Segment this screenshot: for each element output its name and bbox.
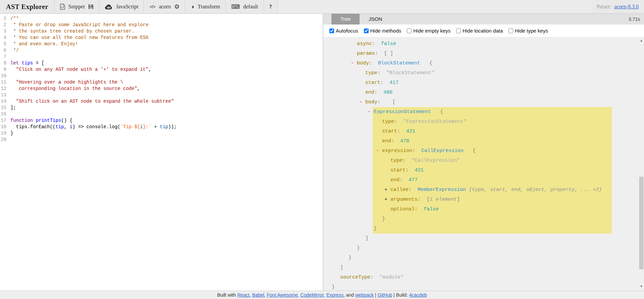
language-selector[interactable]: JavaScript bbox=[116, 4, 139, 10]
tree-row[interactable]: ] bbox=[323, 234, 644, 243]
tree-row[interactable]: type: "BlockStatement" bbox=[323, 68, 644, 78]
checkbox[interactable] bbox=[364, 29, 369, 33]
code-text: "Hovering over a node highlights the \ bbox=[10, 79, 123, 86]
code-line: 4 * You can use all the cool new feature… bbox=[0, 35, 323, 41]
line-number: 6 bbox=[0, 47, 10, 54]
collapse-icon[interactable]: - bbox=[359, 97, 365, 107]
option-hide-location-data[interactable]: Hide location data bbox=[456, 28, 503, 34]
code-line: 5 * and even more. Enjoy! bbox=[0, 41, 323, 47]
code-text: function printTips() { bbox=[10, 117, 72, 124]
property-key: end bbox=[390, 175, 399, 185]
code-line: 3 * the syntax tree created by chosen pa… bbox=[0, 28, 323, 35]
node-type[interactable]: MemberExpression bbox=[418, 185, 466, 195]
snippet-group: Snippet bbox=[55, 0, 99, 13]
checkbox[interactable] bbox=[456, 29, 461, 33]
footer-link[interactable]: Express bbox=[326, 292, 343, 298]
scrollbar-thumb[interactable] bbox=[639, 177, 643, 269]
option-hide-type-keys[interactable]: Hide type keys bbox=[508, 28, 548, 34]
tree-row[interactable]: sourceType: "module" bbox=[323, 272, 644, 282]
node-type[interactable]: CallExpression bbox=[421, 146, 464, 156]
tree-row[interactable]: start: 417 bbox=[323, 78, 644, 88]
expand-icon[interactable]: + bbox=[384, 195, 390, 204]
file-code-icon[interactable] bbox=[60, 4, 65, 10]
tree-row[interactable]: +callee: MemberExpression {type, start, … bbox=[323, 185, 644, 195]
code-line: 20 bbox=[0, 137, 323, 143]
checkbox[interactable] bbox=[407, 29, 412, 33]
collapse-icon[interactable]: - bbox=[368, 107, 374, 117]
footer-text: | Build: bbox=[392, 292, 409, 298]
tree-text: : bbox=[394, 117, 403, 127]
code-line: 6 */ bbox=[0, 47, 323, 54]
footer: Built with React, Babel, Font Awesome, C… bbox=[0, 291, 644, 299]
node-type[interactable]: BlockStatement bbox=[378, 58, 420, 68]
scroll-up-button[interactable]: ▲ bbox=[639, 38, 644, 44]
tree-row[interactable]: } bbox=[323, 243, 644, 253]
collapse-icon[interactable]: - bbox=[351, 58, 357, 68]
footer-link[interactable]: React bbox=[237, 292, 250, 298]
footer-link[interactable]: CodeMirror bbox=[301, 292, 324, 298]
footer-text: , bbox=[298, 292, 301, 298]
parser-version-link[interactable]: acorn-8.3.0 bbox=[614, 4, 639, 10]
marker-spacer bbox=[359, 234, 365, 243]
collapse-icon[interactable]: - bbox=[376, 146, 382, 156]
tree-rows: async: false params: [ ]-body: BlockStat… bbox=[323, 37, 644, 291]
tree-row[interactable]: end: 477 bbox=[323, 175, 644, 185]
tree-row[interactable]: -expression: CallExpression { bbox=[323, 146, 644, 156]
checkbox[interactable] bbox=[508, 29, 513, 33]
footer-link[interactable]: webpack bbox=[355, 292, 374, 298]
option-hide-empty-keys[interactable]: Hide empty keys bbox=[407, 28, 450, 34]
tab-tree[interactable]: Tree bbox=[331, 14, 360, 24]
tree-row[interactable]: } bbox=[323, 253, 644, 263]
tree-row[interactable]: end: 480 bbox=[323, 88, 644, 97]
help-button[interactable]: ? bbox=[269, 4, 272, 10]
tree-row[interactable]: type: "CallExpression" bbox=[323, 156, 644, 165]
tree-row[interactable]: type: "ExpressionStatement" bbox=[323, 117, 644, 127]
keymap-selector[interactable]: default bbox=[243, 4, 258, 10]
tree-row[interactable]: -body: BlockStatement { bbox=[323, 58, 644, 68]
line-number: 17 bbox=[0, 117, 10, 124]
snippet-button[interactable]: Snippet bbox=[68, 4, 85, 10]
scroll-down-button[interactable]: ▼ bbox=[639, 284, 644, 289]
tree-row[interactable]: } bbox=[323, 214, 644, 224]
tree-row[interactable]: optional: false bbox=[323, 204, 644, 214]
footer-text: , and bbox=[343, 292, 355, 298]
tree-row[interactable]: } bbox=[323, 282, 644, 291]
footer-link[interactable]: Font Awesome bbox=[267, 292, 298, 298]
save-icon[interactable] bbox=[88, 4, 94, 9]
gear-icon[interactable]: ⚙ bbox=[174, 4, 179, 10]
option-autofocus[interactable]: Autofocus bbox=[329, 28, 358, 34]
footer-text: Built with bbox=[217, 292, 237, 298]
tree-text: "ExpressionStatement" bbox=[403, 117, 467, 127]
tree-row[interactable]: -ExpressionStatement { bbox=[323, 107, 644, 117]
toggle-icon[interactable]: ◑ bbox=[191, 4, 194, 10]
transform-selector[interactable]: Transform bbox=[198, 4, 220, 10]
option-hide-methods[interactable]: Hide methods bbox=[364, 28, 401, 34]
tree-row[interactable]: } bbox=[323, 224, 644, 234]
footer-link[interactable]: Babel bbox=[252, 292, 264, 298]
tree-row[interactable]: async: false bbox=[323, 39, 644, 49]
parser-selector[interactable]: acorn bbox=[159, 4, 171, 10]
checkbox[interactable] bbox=[329, 29, 334, 33]
tree-text: : bbox=[377, 68, 386, 78]
footer-link[interactable]: GitHub bbox=[378, 292, 392, 298]
line-number: 10 bbox=[0, 73, 10, 79]
tree-row[interactable]: start: 421 bbox=[323, 127, 644, 136]
tree-row[interactable]: end: 478 bbox=[323, 136, 644, 146]
tree-text: : bbox=[412, 146, 421, 156]
footer-link[interactable]: 4cacdeb bbox=[409, 292, 427, 298]
tree-row[interactable]: params: [ ] bbox=[323, 49, 644, 58]
marker-spacer bbox=[326, 282, 332, 291]
option-label: Hide empty keys bbox=[413, 28, 450, 34]
tree-row[interactable]: ] bbox=[323, 263, 644, 272]
tree-text: : bbox=[402, 156, 412, 165]
marker-spacer bbox=[368, 224, 374, 234]
tab-json[interactable]: JSON bbox=[360, 14, 391, 24]
node-type[interactable]: ExpressionStatement bbox=[374, 107, 431, 117]
code-editor[interactable]: 1/**2 * Paste or drop some JavaScript he… bbox=[0, 14, 323, 291]
expand-icon[interactable]: + bbox=[384, 185, 390, 195]
cloud-icon[interactable] bbox=[105, 4, 113, 10]
tree-row[interactable]: -body: [ bbox=[323, 97, 644, 107]
tree-row[interactable]: start: 421 bbox=[323, 165, 644, 175]
marker-spacer bbox=[334, 263, 340, 272]
tree-row[interactable]: +arguments: [1 element] bbox=[323, 195, 644, 204]
